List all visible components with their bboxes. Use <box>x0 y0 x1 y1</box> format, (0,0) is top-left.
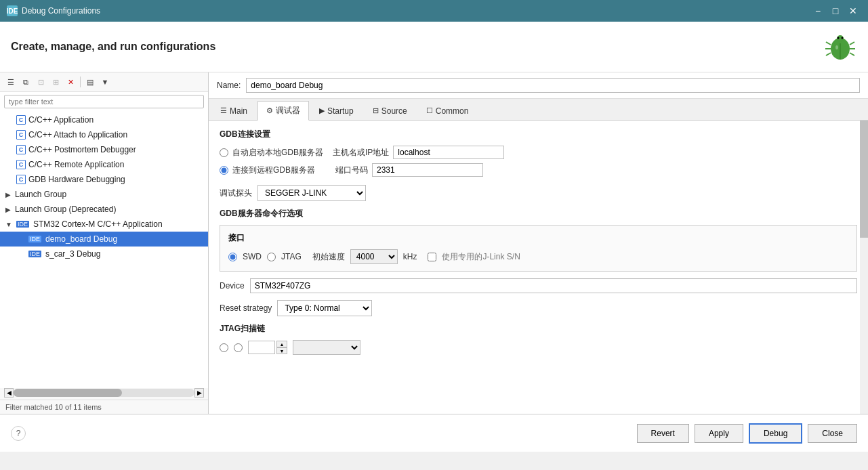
tree-item-cpp-app[interactable]: C C/C++ Application <box>0 112 208 127</box>
gdb-hardware-icon: C <box>16 175 26 184</box>
bug-icon <box>823 30 857 64</box>
header-area: Create, manage, and run configurations <box>0 22 868 72</box>
import-button[interactable]: ⊞ <box>49 75 62 89</box>
ide-sub-badge: IDE <box>28 236 41 242</box>
tree-area: C C/C++ Application C C/C++ Attach to Ap… <box>0 111 208 388</box>
source-tab-icon: ⊟ <box>373 106 379 115</box>
tree-item-cpp-remote[interactable]: C C/C++ Remote Application <box>0 157 208 172</box>
port-input[interactable] <box>372 163 483 177</box>
name-label: Name: <box>217 81 241 90</box>
sn-label: 使用专用的J-Link S/N <box>442 251 520 263</box>
svg-point-4 <box>842 37 844 39</box>
tree-item-cpp-postmortem[interactable]: C C/C++ Postmortem Debugger <box>0 142 208 157</box>
jtag-chain-select[interactable] <box>293 340 360 355</box>
tab-common[interactable]: ☐ Common <box>417 101 478 120</box>
tabs-bar: ☰ Main ⚙ 调试器 ▶ Startup ⊟ Source ☐ Common <box>209 99 868 121</box>
common-tab-icon: ☐ <box>426 106 433 115</box>
tree-item-launch-group-dep[interactable]: ▶ Launch Group (Deprecated) <box>0 202 208 217</box>
scroll-right-button[interactable]: ▶ <box>194 388 204 398</box>
duplicate-button[interactable]: ⧉ <box>19 75 33 89</box>
content-area: GDB连接设置 自动启动本地GDB服务器 主机名或IP地址 连接到远程GDB服务… <box>209 121 868 414</box>
svg-line-8 <box>826 53 831 56</box>
filter-input[interactable] <box>4 95 204 108</box>
close-button-bottom[interactable]: Close <box>808 424 857 443</box>
export-button[interactable]: ⊡ <box>34 75 47 89</box>
radio-local-label: 自动启动本地GDB服务器 <box>232 147 323 158</box>
svg-line-9 <box>850 42 854 45</box>
speed-select[interactable]: 4000 <box>350 249 398 264</box>
tree-item-label: C/C++ Attach to Application <box>28 130 127 140</box>
tree-item-gdb-hardware[interactable]: C GDB Hardware Debugging <box>0 172 208 187</box>
reset-row: Reset strategy Type 0: Normal <box>220 300 857 316</box>
left-panel: ☰ ⧉ ⊡ ⊞ ✕ ▤ ▼ C C/C++ Application C C/C+… <box>0 72 209 414</box>
title-bar-left: IDE Debug Configurations <box>7 5 100 16</box>
sn-checkbox[interactable] <box>428 253 436 261</box>
cpp-attach-icon: C <box>16 130 26 140</box>
radio-jtag[interactable] <box>267 253 276 261</box>
spinner-controls: ▲ ▼ <box>276 341 287 354</box>
tree-item-label: C/C++ Application <box>28 115 94 125</box>
tree-item-launch-group[interactable]: ▶ Launch Group <box>0 187 208 202</box>
spinner-up[interactable]: ▲ <box>276 341 287 347</box>
bottom-left: ? <box>11 426 632 441</box>
minimize-button[interactable]: − <box>810 4 826 18</box>
tree-item-cpp-attach[interactable]: C C/C++ Attach to Application <box>0 127 208 142</box>
header-title: Create, manage, and run configurations <box>11 41 215 53</box>
interface-row: SWD JTAG 初始速度 4000 kHz 使用专用的J-Link S/N <box>228 249 848 264</box>
title-bar-title: Debug Configurations <box>22 6 100 16</box>
radio-remote-label: 连接到远程GDB服务器 <box>232 165 315 176</box>
tree-item-s-car[interactable]: IDE s_car_3 Debug <box>0 247 208 261</box>
delete-button[interactable]: ✕ <box>64 75 77 89</box>
tab-main[interactable]: ☰ Main <box>211 101 256 120</box>
filter-button[interactable]: ▼ <box>98 75 112 89</box>
revert-button[interactable]: Revert <box>637 424 689 443</box>
scroll-left-button[interactable]: ◀ <box>4 388 14 398</box>
speed-label: 初始速度 <box>312 251 345 263</box>
cmd-section-title: GDB服务器命令行选项 <box>220 208 857 219</box>
tree-item-label: C/C++ Remote Application <box>28 160 124 169</box>
radio-swd[interactable] <box>228 253 237 261</box>
spinner-down[interactable]: ▼ <box>276 347 287 354</box>
tab-debugger[interactable]: ⚙ 调试器 <box>257 101 309 121</box>
tab-source[interactable]: ⊟ Source <box>364 101 416 120</box>
tree-sub-item-label: s_car_3 Debug <box>45 249 100 259</box>
close-button[interactable]: ✕ <box>845 4 861 18</box>
debugger-head-label: 调试探头 <box>220 188 252 199</box>
ide-badge: IDE <box>16 221 29 228</box>
jtag-radio-1[interactable] <box>220 343 228 352</box>
name-input[interactable] <box>246 78 860 93</box>
tree-item-demo-board[interactable]: IDE demo_board Debug <box>0 232 208 247</box>
collapse-button[interactable]: ▤ <box>83 75 97 89</box>
main-content: ☰ ⧉ ⊡ ⊞ ✕ ▤ ▼ C C/C++ Application C C/C+… <box>0 72 868 414</box>
radio-remote[interactable] <box>220 166 228 175</box>
tab-startup-label: Startup <box>327 106 354 116</box>
tab-startup[interactable]: ▶ Startup <box>310 101 363 120</box>
new-config-button[interactable]: ☰ <box>4 75 18 89</box>
toolbar: ☰ ⧉ ⊡ ⊞ ✕ ▤ ▼ <box>0 72 208 92</box>
tree-item-stm32[interactable]: ▼ IDE STM32 Cortex-M C/C++ Application <box>0 217 208 232</box>
tree-item-label: Launch Group (Deprecated) <box>15 205 116 214</box>
apply-button[interactable]: Apply <box>695 424 743 443</box>
help-button[interactable]: ? <box>11 426 26 441</box>
cpp-postmortem-icon: C <box>16 145 26 154</box>
maximize-button[interactable]: □ <box>827 4 844 18</box>
debug-button[interactable]: Debug <box>749 423 802 444</box>
jtag-value-input[interactable] <box>248 341 275 354</box>
radio-local[interactable] <box>220 148 228 157</box>
jtag-spinner: ▲ ▼ <box>248 341 287 354</box>
jtag-row: ▲ ▼ <box>220 340 857 355</box>
gdb-section: GDB连接设置 自动启动本地GDB服务器 主机名或IP地址 连接到远程GDB服务… <box>220 129 857 177</box>
debugger-head-row: 调试探头 SEGGER J-LINK <box>220 185 857 201</box>
jtag-radio-2[interactable] <box>234 343 243 352</box>
v-scrollbar[interactable] <box>860 121 868 414</box>
debugger-head-select[interactable]: SEGGER J-LINK <box>257 185 366 201</box>
h-scrollbar[interactable] <box>14 389 194 397</box>
gdb-section-title: GDB连接设置 <box>220 129 857 140</box>
unit-label: kHz <box>403 252 417 261</box>
radio-row-2: 连接到远程GDB服务器 端口号码 <box>220 163 857 177</box>
reset-select[interactable]: Type 0: Normal <box>277 300 372 316</box>
host-input[interactable] <box>393 146 504 159</box>
device-input[interactable] <box>250 278 857 293</box>
svg-point-12 <box>835 45 838 49</box>
tree-item-label: Launch Group <box>15 190 66 199</box>
